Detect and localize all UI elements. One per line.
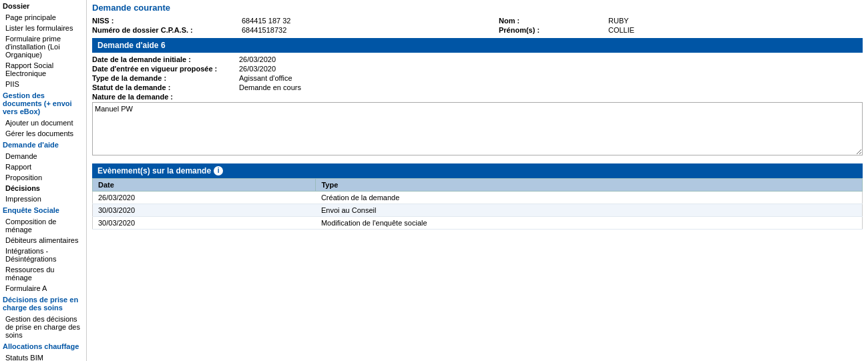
sidebar-item[interactable]: Ressources du ménage [0, 264, 86, 283]
event-date: 30/03/2020 [93, 204, 316, 217]
sidebar-item[interactable]: Débiteurs alimentaires [0, 235, 86, 246]
niss-label: NISS : [92, 17, 239, 25]
sidebar-section-header: Enquête Sociale [0, 204, 86, 216]
sidebar-item[interactable]: Lister les formulaires [0, 23, 86, 33]
sidebar-item[interactable]: Proposition [0, 172, 86, 183]
sidebar-item[interactable]: Gérer les documents [0, 128, 86, 139]
sidebar-item[interactable]: Impression [0, 194, 86, 204]
events-col-type: Type [316, 179, 863, 192]
sidebar-item[interactable]: Formulaire prime d'installation (Loi Org… [0, 33, 86, 60]
event-type: Envoi au Conseil [316, 204, 863, 217]
dossier-label: Numéro de dossier C.P.A.S. : [92, 26, 239, 34]
date-vigueur-label: Date d'entrée en vigueur proposée : [92, 65, 239, 73]
header-info-grid: NISS : 684415 187 32 Nom : RUBY Numéro d… [92, 17, 863, 34]
sidebar-item[interactable]: PIIS [0, 79, 86, 89]
events-table: Date Type 26/03/2020Création de la deman… [92, 178, 863, 230]
event-date: 26/03/2020 [93, 192, 316, 204]
events-header: Evènement(s) sur la demande i [92, 163, 863, 178]
sidebar-section-header: Décisions de prise en charge des soins [0, 294, 86, 314]
table-row: 26/03/2020Création de la demande [93, 192, 863, 204]
events-info-icon[interactable]: i [214, 166, 223, 175]
sidebar-item[interactable]: Décisions [0, 183, 86, 194]
nature-textarea[interactable]: Manuel PW [92, 102, 863, 155]
nature-row: Nature de la demande : [92, 93, 863, 101]
sidebar-item[interactable]: Gestion des décisions de prise en charge… [0, 314, 86, 340]
main-content: Demande courante NISS : 684415 187 32 No… [87, 0, 868, 361]
sidebar-item[interactable]: Rapport [0, 161, 86, 172]
sidebar-section-header: Allocations chauffage [0, 340, 86, 352]
demande-aide-header: Demande d'aide 6 [92, 38, 863, 53]
sidebar-item[interactable]: Statuts BIM [0, 352, 86, 361]
nom-value: RUBY [608, 17, 863, 25]
nom-label: Nom : [499, 17, 606, 25]
statut-value: Demande en cours [239, 83, 863, 91]
sidebar: DossierPage principaleLister les formula… [0, 0, 87, 361]
sidebar-item[interactable]: Formulaire A [0, 283, 86, 294]
events-section: Evènement(s) sur la demande i Date Type … [92, 163, 863, 230]
date-initiale-label: Date de la demande initiale : [92, 55, 239, 63]
prenom-value: COLLIE [608, 26, 863, 34]
sidebar-item[interactable]: Demande [0, 151, 86, 161]
table-row: 30/03/2020Modification de l'enquête soci… [93, 217, 863, 230]
events-title: Evènement(s) sur la demande [97, 166, 211, 175]
statut-label: Statut de la demande : [92, 83, 239, 91]
date-initiale-row: Date de la demande initiale : 26/03/2020 [92, 55, 863, 63]
sidebar-section-header: Demande d'aide [0, 139, 86, 151]
dossier-value: 68441518732 [242, 26, 496, 34]
event-date: 30/03/2020 [93, 217, 316, 230]
type-demande-value: Agissant d'office [239, 74, 863, 82]
date-vigueur-row: Date d'entrée en vigueur proposée : 26/0… [92, 65, 863, 73]
event-type: Création de la demande [316, 192, 863, 204]
date-vigueur-value: 26/03/2020 [239, 65, 863, 73]
sidebar-item[interactable]: Composition de ménage [0, 216, 86, 235]
prenom-label: Prénom(s) : [499, 26, 606, 34]
niss-value: 684415 187 32 [242, 17, 496, 25]
date-initiale-value: 26/03/2020 [239, 55, 863, 63]
type-demande-row: Type de la demande : Agissant d'office [92, 74, 863, 82]
sidebar-item[interactable]: Ajouter un document [0, 117, 86, 128]
sidebar-item[interactable]: Intégrations - Désintégrations [0, 246, 86, 264]
sidebar-item[interactable]: Rapport Social Electronique [0, 60, 86, 79]
demande-courante-title: Demande courante [92, 3, 863, 13]
nature-label: Nature de la demande : [92, 93, 239, 101]
sidebar-item[interactable]: Page principale [0, 12, 86, 23]
sidebar-section-header: Dossier [0, 0, 86, 12]
type-demande-label: Type de la demande : [92, 74, 239, 82]
sidebar-section-header: Gestion des documents (+ envoi vers eBox… [0, 89, 86, 117]
events-col-date: Date [93, 179, 316, 192]
table-row: 30/03/2020Envoi au Conseil [93, 204, 863, 217]
statut-row: Statut de la demande : Demande en cours [92, 83, 863, 91]
event-type: Modification de l'enquête sociale [316, 217, 863, 230]
